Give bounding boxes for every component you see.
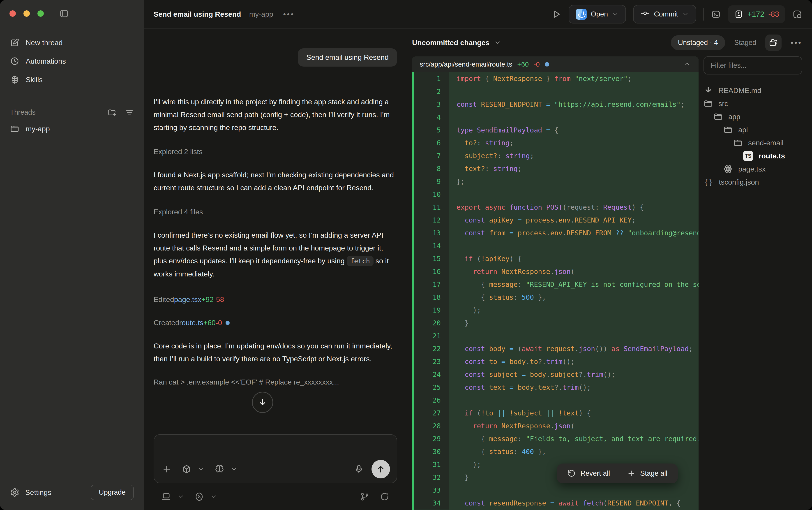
code-line: 13 const from = process.env.RESEND_FROM … <box>412 227 698 239</box>
new-thread-icon <box>10 38 20 47</box>
diff-stats-button[interactable]: +172 -83 <box>728 5 785 23</box>
chevron-down-icon <box>494 39 501 46</box>
code-line: 5type SendEmailPayload = { <box>412 124 698 137</box>
file-tree-item-api[interactable]: api <box>703 123 802 136</box>
code-line: 17 { message: "RESEND_API_KEY is not con… <box>412 278 698 291</box>
sidebar-footer: Settings Upgrade <box>0 476 144 510</box>
settings-button[interactable]: Settings <box>10 488 52 497</box>
thread-menu-icon[interactable]: ••• <box>283 10 295 19</box>
chevron-down-icon <box>682 11 689 18</box>
composer-input[interactable] <box>161 440 390 463</box>
close-window-button[interactable] <box>9 10 16 17</box>
diff-removed: -0 <box>534 60 540 68</box>
topbar-actions: Open Commit +172 -83 <box>551 5 802 24</box>
context-ring-icon[interactable] <box>380 492 390 502</box>
filter-sort-icon[interactable] <box>125 108 134 117</box>
line-number: 24 <box>412 368 449 381</box>
folder-copy-icon[interactable] <box>765 34 782 51</box>
file-name: src <box>718 100 728 108</box>
removed-lines-count: -83 <box>768 10 779 19</box>
code-line: 15 if (!apiKey) { <box>412 252 698 265</box>
new-folder-icon[interactable] <box>108 108 116 117</box>
gear-icon <box>10 488 20 497</box>
added-lines-count: +172 <box>748 10 764 19</box>
diff-file-header[interactable]: src/app/api/send-email/route.ts +60 -0 <box>412 56 698 72</box>
collapse-chevron-up-icon[interactable] <box>684 61 691 68</box>
code-line: 16 return NextResponse.json( <box>412 265 698 278</box>
divider <box>703 8 704 21</box>
edited-file-row[interactable]: Edited page.tsx +92 -58 <box>154 295 397 304</box>
code-line: 25 const text = body.text?.trim(); <box>412 381 698 394</box>
picture-in-picture-icon[interactable] <box>792 9 802 19</box>
code-line: 20 } <box>412 317 698 330</box>
file-tree-item-page-tsx[interactable]: page.tsx <box>703 163 802 176</box>
thread-item-my-app[interactable]: my-app <box>0 120 144 138</box>
git-branch-icon[interactable] <box>360 492 370 502</box>
file-tree-item-app[interactable]: app <box>703 110 802 123</box>
created-file-row[interactable]: Created route.ts +60 -0 <box>154 319 397 327</box>
sidebar-item-skills[interactable]: Skills <box>0 70 144 89</box>
scroll-to-bottom-button[interactable] <box>252 392 273 413</box>
run-play-icon[interactable] <box>551 9 562 19</box>
ran-command-row[interactable]: Ran cat > .env.example <<'EOF' # Replace… <box>154 378 397 386</box>
minimize-window-button[interactable] <box>24 10 30 17</box>
sidebar-toggle-icon[interactable] <box>59 8 69 20</box>
zoom-window-button[interactable] <box>37 10 44 17</box>
line-number: 12 <box>412 214 449 227</box>
tab-staged[interactable]: Staged <box>734 38 756 47</box>
line-number: 13 <box>412 227 449 239</box>
composer-toolbar <box>162 460 390 478</box>
folder-icon <box>10 124 20 134</box>
chevron-down-icon[interactable] <box>210 493 217 500</box>
model-cube-icon[interactable] <box>182 464 191 474</box>
project-name: my-app <box>249 10 273 19</box>
plus-icon[interactable] <box>162 464 172 474</box>
file-name: README.md <box>718 86 761 95</box>
threads-label: Threads <box>10 108 36 116</box>
terminal-icon[interactable] <box>711 9 721 19</box>
commit-button[interactable]: Commit <box>633 5 696 24</box>
diff-added: +60 <box>517 60 529 68</box>
line-number: 33 <box>412 484 449 497</box>
chevron-down-icon[interactable] <box>231 466 238 473</box>
chevron-down-icon[interactable] <box>178 493 184 500</box>
line-number: 4 <box>412 111 449 124</box>
file-name: tsconfig.json <box>719 178 759 187</box>
revert-all-button[interactable]: Revert all <box>567 469 610 478</box>
sidebar-item-new-thread[interactable]: New thread <box>0 33 144 52</box>
send-button[interactable] <box>371 460 390 478</box>
line-number: 17 <box>412 278 449 291</box>
tab-unstaged[interactable]: Unstaged · 4 <box>671 35 725 50</box>
file-tree-item-send-email[interactable]: send-email <box>703 136 802 149</box>
code-line: 18 { status: 500 }, <box>412 291 698 304</box>
more-options-icon[interactable]: ••• <box>790 38 802 47</box>
laptop-icon[interactable] <box>161 492 171 502</box>
line-number: 11 <box>412 201 449 214</box>
microphone-icon[interactable] <box>354 464 364 474</box>
explored-lists-label[interactable]: Explored 2 lists <box>154 148 397 156</box>
sidebar-item-automations[interactable]: Automations <box>0 52 144 70</box>
explored-files-label[interactable]: Explored 4 files <box>154 208 397 216</box>
sidebar: New thread Automations Skills Threads my… <box>0 0 144 510</box>
file-tree-item-readme-md[interactable]: README.md <box>703 84 802 97</box>
skills-box-icon <box>10 75 20 84</box>
chevron-down-icon[interactable] <box>198 466 205 473</box>
diff-code-view[interactable]: 1import { NextResponse } from "next/serv… <box>412 72 698 510</box>
line-number: 27 <box>412 407 449 420</box>
line-number: 31 <box>412 458 449 471</box>
upgrade-button[interactable]: Upgrade <box>91 485 134 500</box>
agent-terminal-icon[interactable] <box>194 492 204 502</box>
threads-section-header: Threads <box>0 105 144 120</box>
file-tree-item-tsconfig-json[interactable]: { }tsconfig.json <box>703 176 802 189</box>
filter-files-input[interactable] <box>703 56 802 75</box>
code-line: 9}; <box>412 175 698 188</box>
stage-all-label: Stage all <box>640 470 667 478</box>
file-tree-item-route-ts[interactable]: TSroute.ts <box>703 149 802 163</box>
commit-label: Commit <box>654 10 678 18</box>
uncommitted-changes-dropdown[interactable]: Uncommitted changes <box>412 38 501 47</box>
assistant-paragraph: Core code is in place. I’m updating env/… <box>154 340 397 365</box>
file-tree-item-src[interactable]: src <box>703 97 802 110</box>
stage-all-button[interactable]: Stage all <box>627 469 667 478</box>
brain-icon[interactable] <box>214 464 224 474</box>
open-button[interactable]: Open <box>569 5 626 24</box>
